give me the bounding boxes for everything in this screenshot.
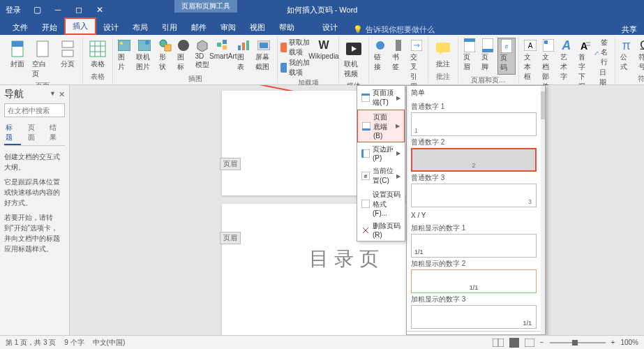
table-button[interactable]: 表格 (86, 38, 110, 70)
3d-models-button[interactable]: 3D模型 (193, 38, 211, 71)
my-addins-label: 我的加载项 (289, 58, 310, 77)
link-button[interactable]: 链接 (372, 38, 389, 73)
tab-references[interactable]: 引用 (155, 20, 184, 35)
svg-point-16 (178, 40, 189, 51)
share-button[interactable]: 共享 (622, 24, 637, 35)
svg-text:#: # (504, 43, 508, 50)
chart-button[interactable]: 图表 (235, 38, 252, 73)
dropdown-page-margins[interactable]: 页边距(P)▶ (357, 142, 405, 164)
zoom-out-button[interactable]: − (540, 339, 544, 346)
page-number-button[interactable]: #页码 (497, 38, 516, 75)
cover-page-button[interactable]: 封面 (6, 38, 29, 70)
svg-rect-44 (544, 40, 548, 44)
screenshot-button[interactable]: 屏幕截图 (253, 38, 275, 73)
scrollbar-thumb[interactable] (541, 91, 545, 119)
online-pictures-label: 联机图片 (136, 52, 153, 72)
chart-label: 图表 (237, 52, 250, 72)
tab-contextual-design[interactable]: 设计 (315, 20, 345, 35)
status-language[interactable]: 中文(中国) (93, 338, 126, 348)
comment-label: 批注 (436, 59, 450, 69)
page-break-button[interactable]: 分页 (57, 38, 80, 70)
tab-home[interactable]: 开始 (35, 20, 64, 35)
zoom-level[interactable]: 100% (620, 339, 638, 346)
tab-file[interactable]: 文件 (6, 20, 35, 35)
group-text: A文本框 文档部件 A艺术字 A首字下沉 签名行 日期和时间 对象 文本 (519, 36, 615, 83)
smartart-button[interactable]: SmartArt (213, 38, 234, 61)
dropdown-current-position[interactable]: #当前位置(C)▶ (357, 164, 405, 188)
gallery-item-6[interactable]: 1/1 (411, 305, 537, 329)
dropdown-bottom-of-page[interactable]: 页面底端(B)▶ (357, 110, 405, 142)
gallery-item-4[interactable]: 1/1 (411, 234, 537, 258)
text-box-button[interactable]: A文本框 (522, 38, 539, 83)
svg-rect-15 (165, 45, 171, 51)
zoom-in-button[interactable]: + (611, 339, 615, 346)
navigation-pane: 导航 ▼ ✕ 标题 页面 结果 创建文档的交互式大纲。 它是跟踪具体位置或快速移… (0, 85, 70, 335)
wikipedia-button[interactable]: WWikipedia (312, 38, 336, 61)
tab-layout[interactable]: 布局 (126, 20, 155, 35)
gallery-item-2[interactable]: 2 (411, 148, 537, 172)
tab-insert[interactable]: 插入 (64, 17, 96, 35)
view-read-mode-icon[interactable] (493, 339, 504, 347)
blank-page-button[interactable]: 空白页 (30, 38, 54, 80)
gallery-item-1[interactable]: 1 (411, 112, 537, 136)
tab-help[interactable]: 帮助 (272, 20, 301, 35)
dropdown-format[interactable]: 设置页码格式(F)... (357, 188, 405, 219)
ribbon-display-options[interactable]: ▢ (27, 0, 47, 20)
ribbon-body: 封面 空白页 分页 页面 表格 表格 图片 联机图片 形状 图标 3D模型 Sm… (0, 35, 644, 85)
status-word-count[interactable]: 9 个字 (64, 338, 84, 348)
tab-design[interactable]: 设计 (96, 20, 126, 35)
group-tables: 表格 表格 (83, 36, 113, 83)
login-button[interactable]: 登录 (0, 5, 27, 15)
view-web-layout-icon[interactable] (525, 339, 534, 347)
svg-rect-58 (361, 94, 370, 96)
nav-tab-headings[interactable]: 标题 (4, 121, 21, 145)
ribbon-tabs: 文件 开始 插入 设计 布局 引用 邮件 审阅 视图 帮助 设计 💡 告诉我你想… (0, 20, 644, 35)
document-area[interactable]: 页眉 页眉 目录页 页面顶端(T)▶ 页面底端(B)▶ 页边距(P)▶ #当前位… (70, 85, 644, 335)
zoom-slider[interactable] (550, 342, 606, 343)
dropdown-top-of-page[interactable]: 页面顶端(T)▶ (357, 86, 405, 110)
minimize-button[interactable]: ─ (47, 0, 68, 20)
wordart-button[interactable]: A艺术字 (558, 38, 575, 83)
nav-tab-results[interactable]: 结果 (48, 121, 65, 145)
svg-rect-26 (280, 43, 287, 52)
dropdown-top-label: 页面顶端(T) (373, 88, 394, 107)
tell-me-search[interactable]: 💡 告诉我你想要做什么 (353, 24, 435, 35)
tab-mailings[interactable]: 邮件 (184, 20, 214, 35)
status-page-info[interactable]: 第 1 页，共 3 页 (6, 338, 56, 348)
gallery-item-5[interactable]: 1/1 (411, 269, 537, 293)
gallery-item-5-label: 加粗显示的数字 2 (411, 259, 541, 269)
close-button[interactable]: ✕ (89, 0, 110, 20)
zoom-handle[interactable] (572, 340, 578, 346)
maximize-button[interactable]: ◻ (68, 0, 89, 20)
page-number-dropdown: 页面顶端(T)▶ 页面底端(B)▶ 页边距(P)▶ #当前位置(C)▶ 设置页码… (357, 85, 405, 242)
dropdown-remove[interactable]: 删除页码(R) (357, 219, 405, 241)
svg-rect-10 (118, 40, 130, 51)
signature-button[interactable]: 签名行 (594, 38, 612, 67)
nav-dropdown-icon[interactable]: ▼ (50, 90, 56, 99)
online-video-button[interactable]: 联机视频 (342, 38, 366, 80)
header-button[interactable]: 页眉 (461, 38, 478, 73)
cover-page-label: 封面 (10, 59, 24, 69)
tab-review[interactable]: 审阅 (214, 20, 243, 35)
nav-tab-pages[interactable]: 页面 (27, 121, 43, 145)
view-print-layout-icon[interactable] (509, 338, 519, 348)
tab-view[interactable]: 视图 (243, 20, 272, 35)
gallery-office-more[interactable]: Office.com 中的其他页码(M) (411, 334, 541, 335)
header-tag: 页眉 (220, 158, 241, 170)
equation-button[interactable]: π公式 (618, 38, 635, 73)
symbol-button[interactable]: Ω符号 (636, 38, 644, 73)
footer-button[interactable]: 页脚 (479, 38, 496, 73)
online-pictures-button[interactable]: 联机图片 (134, 38, 156, 73)
nav-close-icon[interactable]: ✕ (59, 90, 65, 99)
my-addins-button[interactable]: 我的加载项 (280, 58, 310, 77)
nav-search-input[interactable] (4, 103, 65, 117)
get-addins-button[interactable]: 获取加载项 (280, 38, 310, 57)
shapes-button[interactable]: 形状 (157, 38, 174, 73)
header-tag: 页眉 (220, 232, 241, 244)
gallery-item-3[interactable]: 3 (411, 184, 537, 207)
icons-button[interactable]: 图标 (175, 38, 192, 73)
bookmark-button[interactable]: 书签 (390, 38, 407, 73)
comment-button[interactable]: 批注 (431, 38, 455, 70)
gallery-scrollbar[interactable] (541, 86, 545, 334)
pictures-button[interactable]: 图片 (116, 38, 133, 73)
